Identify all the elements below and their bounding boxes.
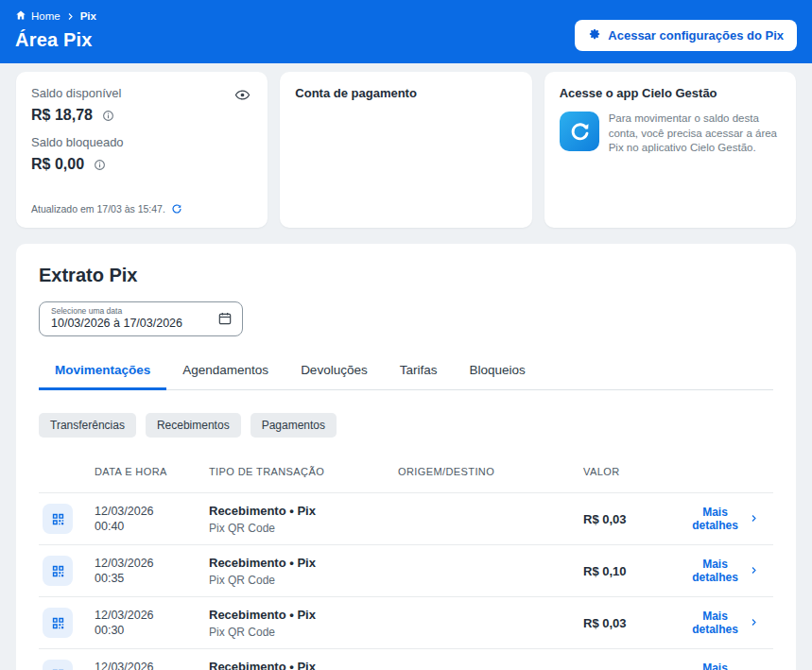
- extract-section: Extrato Pix Selecione uma data 10/03/202…: [16, 244, 796, 670]
- tx-method: Pix QR Code: [209, 522, 275, 535]
- blocked-balance-label: Saldo bloqueado: [31, 135, 252, 149]
- tx-time: 00:30: [95, 624, 124, 637]
- chip-recebimentos[interactable]: Recebimentos: [146, 413, 241, 438]
- info-icon[interactable]: [102, 110, 114, 122]
- tx-date: 12/03/2026: [95, 505, 154, 518]
- date-range-input[interactable]: Selecione uma data 10/03/2026 à 17/03/20…: [39, 301, 243, 336]
- details-label: Mais detalhes: [687, 558, 743, 584]
- breadcrumb-home-label: Home: [31, 10, 60, 22]
- date-range-label: Selecione uma data: [51, 306, 208, 316]
- details-label: Mais detalhes: [687, 506, 743, 532]
- extract-title: Extrato Pix: [39, 265, 773, 286]
- blocked-balance-row: R$ 0,00: [31, 156, 252, 173]
- tx-type: Recebimento • Pix: [209, 504, 316, 518]
- cell-value: R$ 0,03: [583, 512, 687, 526]
- balance-updated-text: Atualizado em 17/03 às 15:47.: [31, 203, 165, 215]
- tab-bloqueios[interactable]: Bloqueios: [453, 353, 541, 390]
- pix-settings-button[interactable]: Acessar configurações do Pix: [575, 20, 797, 51]
- details-link[interactable]: Mais detalhes: [687, 506, 773, 532]
- blocked-balance-value: R$ 0,00: [31, 156, 84, 173]
- cielo-gestao-app-icon: [560, 112, 599, 151]
- app-card-body: Para movimentar o saldo desta conta, voc…: [560, 112, 781, 156]
- qr-code-icon: [43, 608, 73, 638]
- tx-time: 00:40: [95, 520, 124, 533]
- tx-date: 12/03/2026: [95, 557, 154, 570]
- details-label: Mais detalhes: [687, 610, 743, 636]
- cell-datetime: 12/03/202600:40: [95, 504, 209, 535]
- cell-value: R$ 0,10: [583, 564, 687, 578]
- tx-type: Recebimento • Pix: [209, 660, 316, 670]
- tx-date: 12/03/2026: [95, 661, 154, 670]
- app-card: Acesse o app Cielo Gestão Para movimenta…: [544, 72, 796, 228]
- tab-movimentacoes[interactable]: Movimentações: [39, 353, 166, 390]
- table-row: 12/03/202600:30 Recebimento • PixPix QR …: [39, 596, 773, 648]
- details-link[interactable]: Mais detalhes: [687, 610, 773, 636]
- tx-date: 12/03/2026: [95, 609, 154, 622]
- table-row: 12/03/202600:28 Recebimento • PixPix QR …: [39, 648, 773, 670]
- chip-transferencias[interactable]: Transferências: [39, 413, 136, 438]
- table-header-type: TIPO DE TRANSAÇÃO: [209, 466, 398, 477]
- payment-account-card: Conta de pagamento: [280, 72, 531, 228]
- calendar-icon: [217, 311, 233, 326]
- details-link[interactable]: Mais detalhes: [687, 661, 773, 670]
- cell-type: Recebimento • PixPix QR Code: [209, 554, 398, 588]
- payment-account-title: Conta de pagamento: [295, 86, 516, 100]
- qr-code-icon: [43, 660, 73, 670]
- available-balance-row: R$ 18,78: [31, 107, 252, 124]
- details-label: Mais detalhes: [687, 661, 743, 670]
- qr-code-icon: [43, 556, 73, 586]
- tab-agendamentos[interactable]: Agendamentos: [166, 353, 285, 390]
- cell-type: Recebimento • PixPix QR Code: [209, 606, 398, 640]
- table-header-row: DATA E HORA TIPO DE TRANSAÇÃO ORIGEM/DES…: [39, 466, 773, 492]
- extract-tabs: Movimentações Agendamentos Devoluções Ta…: [39, 353, 773, 390]
- table-header-value: VALOR: [583, 466, 687, 477]
- balance-card: Saldo disponível R$ 18,78 Saldo bloquead…: [16, 72, 268, 228]
- page-header: Home Pix Área Pix Acessar configurações …: [0, 0, 812, 63]
- chevron-right-icon: [750, 564, 758, 577]
- available-balance-value: R$ 18,78: [31, 107, 93, 124]
- app-card-description: Para movimentar o saldo desta conta, voc…: [609, 112, 781, 156]
- details-link[interactable]: Mais detalhes: [687, 558, 773, 584]
- cell-datetime: 12/03/202600:35: [95, 556, 209, 587]
- tx-type: Recebimento • Pix: [209, 608, 316, 622]
- cell-type: Recebimento • PixPix QR Code: [209, 502, 398, 536]
- cell-datetime: 12/03/202600:28: [95, 660, 209, 670]
- app-card-title: Acesse o app Cielo Gestão: [560, 86, 781, 100]
- home-icon: [15, 9, 26, 23]
- cell-datetime: 12/03/202600:30: [95, 608, 209, 639]
- date-range-value: 10/03/2026 à 17/03/2026: [51, 317, 208, 330]
- info-icon[interactable]: [94, 159, 106, 171]
- balance-updated-row: Atualizado em 17/03 às 15:47.: [31, 203, 182, 215]
- tx-method: Pix QR Code: [209, 626, 275, 639]
- cell-value: R$ 0,03: [583, 616, 687, 630]
- table-header-datetime: DATA E HORA: [95, 466, 209, 477]
- transactions-table: DATA E HORA TIPO DE TRANSAÇÃO ORIGEM/DES…: [39, 466, 773, 670]
- eye-icon: [234, 92, 251, 106]
- chevron-right-icon: [750, 512, 758, 525]
- qr-code-icon: [43, 504, 73, 534]
- chevron-right-icon: [66, 12, 75, 21]
- tx-time: 00:35: [95, 572, 124, 585]
- tab-tarifas[interactable]: Tarifas: [384, 353, 454, 390]
- table-row: 12/03/202600:35 Recebimento • PixPix QR …: [39, 544, 773, 596]
- gear-icon: [588, 27, 601, 43]
- table-row: 12/03/202600:40 Recebimento • PixPix QR …: [39, 492, 773, 544]
- available-balance-label: Saldo disponível: [31, 86, 252, 100]
- toggle-balance-visibility-button[interactable]: [234, 87, 251, 103]
- table-header-origin: ORIGEM/DESTINO: [398, 466, 583, 477]
- breadcrumb-home-link[interactable]: Home: [15, 9, 60, 23]
- chevron-right-icon: [750, 616, 758, 629]
- tx-method: Pix QR Code: [209, 574, 275, 587]
- pix-settings-button-label: Acessar configurações do Pix: [608, 28, 784, 43]
- chip-pagamentos[interactable]: Pagamentos: [251, 413, 337, 438]
- breadcrumb-current: Pix: [80, 10, 96, 22]
- tx-type: Recebimento • Pix: [209, 556, 316, 570]
- summary-cards: Saldo disponível R$ 18,78 Saldo bloquead…: [0, 63, 812, 228]
- cell-type: Recebimento • PixPix QR Code: [209, 658, 398, 670]
- filter-chips: Transferências Recebimentos Pagamentos: [39, 413, 773, 438]
- refresh-icon[interactable]: [171, 203, 182, 215]
- tab-devolucoes[interactable]: Devoluções: [285, 353, 384, 390]
